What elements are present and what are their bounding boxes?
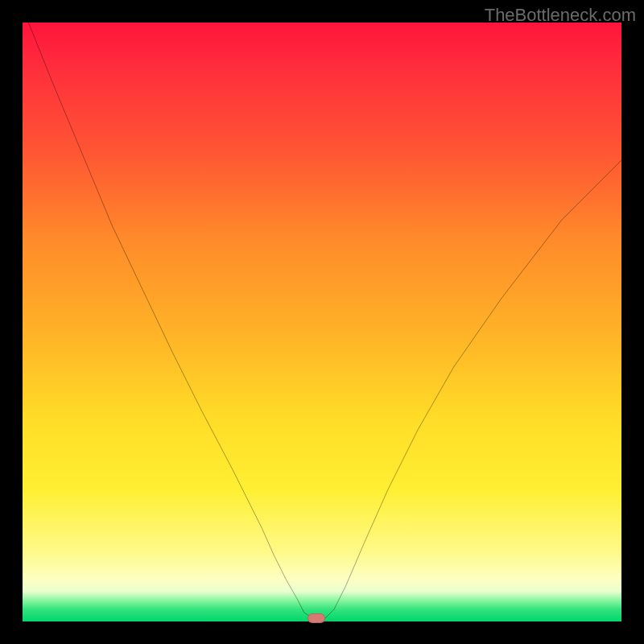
watermark-text: TheBottleneck.com	[485, 5, 636, 26]
minimum-marker	[308, 613, 325, 623]
chart-plot-area	[23, 23, 621, 621]
bottleneck-curve	[23, 23, 621, 621]
